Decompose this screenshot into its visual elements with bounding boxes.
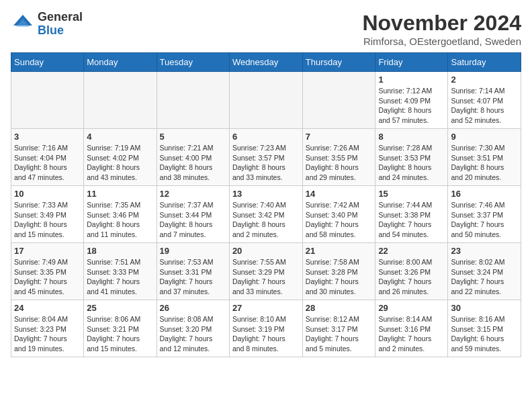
logo-icon xyxy=(11,12,35,36)
day-number: 18 xyxy=(87,246,153,256)
day-number: 10 xyxy=(14,189,81,199)
calendar-cell: 7Sunrise: 7:26 AM Sunset: 3:55 PM Daylig… xyxy=(302,129,375,186)
day-number: 12 xyxy=(160,189,226,199)
day-number: 30 xyxy=(451,303,518,313)
day-info: Sunrise: 8:16 AM Sunset: 3:15 PM Dayligh… xyxy=(451,314,518,354)
day-info: Sunrise: 8:14 AM Sunset: 3:16 PM Dayligh… xyxy=(378,314,445,354)
day-number: 17 xyxy=(14,246,81,256)
day-number: 26 xyxy=(160,303,226,313)
weekday-header-row: SundayMondayTuesdayWednesdayThursdayFrid… xyxy=(11,53,521,72)
day-number: 9 xyxy=(451,132,518,142)
day-number: 21 xyxy=(306,246,373,256)
day-info: Sunrise: 7:58 AM Sunset: 3:28 PM Dayligh… xyxy=(306,257,373,297)
calendar-cell xyxy=(84,72,157,129)
week-row-5: 24Sunrise: 8:04 AM Sunset: 3:23 PM Dayli… xyxy=(11,300,521,357)
day-info: Sunrise: 7:55 AM Sunset: 3:29 PM Dayligh… xyxy=(232,257,300,297)
calendar-cell: 3Sunrise: 7:16 AM Sunset: 4:04 PM Daylig… xyxy=(11,129,84,186)
calendar-cell: 19Sunrise: 7:53 AM Sunset: 3:31 PM Dayli… xyxy=(157,243,229,300)
day-info: Sunrise: 8:04 AM Sunset: 3:23 PM Dayligh… xyxy=(14,314,81,354)
month-year-title: November 2024 xyxy=(362,11,521,36)
calendar-cell: 23Sunrise: 8:02 AM Sunset: 3:24 PM Dayli… xyxy=(448,243,521,300)
calendar-cell: 18Sunrise: 7:51 AM Sunset: 3:33 PM Dayli… xyxy=(84,243,157,300)
day-number: 19 xyxy=(160,246,226,256)
calendar-cell: 24Sunrise: 8:04 AM Sunset: 3:23 PM Dayli… xyxy=(11,300,84,357)
day-info: Sunrise: 7:30 AM Sunset: 3:51 PM Dayligh… xyxy=(451,143,518,183)
day-number: 16 xyxy=(451,189,518,199)
calendar-cell: 22Sunrise: 8:00 AM Sunset: 3:26 PM Dayli… xyxy=(375,243,448,300)
day-info: Sunrise: 7:35 AM Sunset: 3:46 PM Dayligh… xyxy=(87,200,153,240)
day-number: 1 xyxy=(378,75,445,85)
day-number: 15 xyxy=(378,189,445,199)
calendar-cell: 8Sunrise: 7:28 AM Sunset: 3:53 PM Daylig… xyxy=(375,129,448,186)
calendar-cell xyxy=(157,72,229,129)
day-info: Sunrise: 7:23 AM Sunset: 3:57 PM Dayligh… xyxy=(232,143,300,183)
page-header: General Blue November 2024 Rimforsa, OEs… xyxy=(11,11,521,47)
day-info: Sunrise: 7:37 AM Sunset: 3:44 PM Dayligh… xyxy=(160,200,226,240)
day-number: 23 xyxy=(451,246,518,256)
day-number: 3 xyxy=(14,132,81,142)
day-info: Sunrise: 7:26 AM Sunset: 3:55 PM Dayligh… xyxy=(306,143,373,183)
calendar-cell: 15Sunrise: 7:44 AM Sunset: 3:38 PM Dayli… xyxy=(375,186,448,243)
day-info: Sunrise: 7:53 AM Sunset: 3:31 PM Dayligh… xyxy=(160,257,226,297)
calendar-cell: 1Sunrise: 7:12 AM Sunset: 4:09 PM Daylig… xyxy=(375,72,448,129)
weekday-header-thursday: Thursday xyxy=(302,53,375,72)
calendar-cell: 13Sunrise: 7:40 AM Sunset: 3:42 PM Dayli… xyxy=(229,186,302,243)
day-info: Sunrise: 7:46 AM Sunset: 3:37 PM Dayligh… xyxy=(451,200,518,240)
weekday-header-saturday: Saturday xyxy=(448,53,521,72)
day-number: 24 xyxy=(14,303,81,313)
title-block: November 2024 Rimforsa, OEstergoetland, … xyxy=(362,11,521,47)
calendar-cell: 21Sunrise: 7:58 AM Sunset: 3:28 PM Dayli… xyxy=(302,243,375,300)
week-row-1: 1Sunrise: 7:12 AM Sunset: 4:09 PM Daylig… xyxy=(11,72,521,129)
calendar-cell: 27Sunrise: 8:10 AM Sunset: 3:19 PM Dayli… xyxy=(229,300,302,357)
calendar-cell: 20Sunrise: 7:55 AM Sunset: 3:29 PM Dayli… xyxy=(229,243,302,300)
day-info: Sunrise: 7:16 AM Sunset: 4:04 PM Dayligh… xyxy=(14,143,81,183)
day-number: 14 xyxy=(306,189,373,199)
day-info: Sunrise: 7:51 AM Sunset: 3:33 PM Dayligh… xyxy=(87,257,153,297)
day-info: Sunrise: 7:21 AM Sunset: 4:00 PM Dayligh… xyxy=(160,143,226,183)
calendar-cell: 25Sunrise: 8:06 AM Sunset: 3:21 PM Dayli… xyxy=(84,300,157,357)
day-info: Sunrise: 8:12 AM Sunset: 3:17 PM Dayligh… xyxy=(306,314,373,354)
day-info: Sunrise: 8:02 AM Sunset: 3:24 PM Dayligh… xyxy=(451,257,518,297)
day-number: 28 xyxy=(306,303,373,313)
location-subtitle: Rimforsa, OEstergoetland, Sweden xyxy=(362,36,521,47)
calendar-cell: 30Sunrise: 8:16 AM Sunset: 3:15 PM Dayli… xyxy=(448,300,521,357)
day-number: 5 xyxy=(160,132,226,142)
day-number: 11 xyxy=(87,189,153,199)
calendar-cell xyxy=(229,72,302,129)
calendar-cell xyxy=(11,72,84,129)
weekday-header-monday: Monday xyxy=(84,53,157,72)
day-info: Sunrise: 7:19 AM Sunset: 4:02 PM Dayligh… xyxy=(87,143,153,183)
day-number: 20 xyxy=(232,246,300,256)
day-number: 27 xyxy=(232,303,300,313)
calendar-cell: 16Sunrise: 7:46 AM Sunset: 3:37 PM Dayli… xyxy=(448,186,521,243)
day-info: Sunrise: 7:33 AM Sunset: 3:49 PM Dayligh… xyxy=(14,200,81,240)
day-info: Sunrise: 7:49 AM Sunset: 3:35 PM Dayligh… xyxy=(14,257,81,297)
day-number: 29 xyxy=(378,303,445,313)
day-info: Sunrise: 8:06 AM Sunset: 3:21 PM Dayligh… xyxy=(87,314,153,354)
calendar-cell: 17Sunrise: 7:49 AM Sunset: 3:35 PM Dayli… xyxy=(11,243,84,300)
logo: General Blue xyxy=(11,11,83,38)
calendar-cell: 6Sunrise: 7:23 AM Sunset: 3:57 PM Daylig… xyxy=(229,129,302,186)
calendar-cell: 29Sunrise: 8:14 AM Sunset: 3:16 PM Dayli… xyxy=(375,300,448,357)
calendar-cell: 14Sunrise: 7:42 AM Sunset: 3:40 PM Dayli… xyxy=(302,186,375,243)
day-info: Sunrise: 7:14 AM Sunset: 4:07 PM Dayligh… xyxy=(451,86,518,126)
day-info: Sunrise: 7:12 AM Sunset: 4:09 PM Dayligh… xyxy=(378,86,445,126)
week-row-3: 10Sunrise: 7:33 AM Sunset: 3:49 PM Dayli… xyxy=(11,186,521,243)
calendar-cell: 10Sunrise: 7:33 AM Sunset: 3:49 PM Dayli… xyxy=(11,186,84,243)
day-number: 4 xyxy=(87,132,153,142)
day-info: Sunrise: 8:00 AM Sunset: 3:26 PM Dayligh… xyxy=(378,257,445,297)
week-row-4: 17Sunrise: 7:49 AM Sunset: 3:35 PM Dayli… xyxy=(11,243,521,300)
day-info: Sunrise: 8:10 AM Sunset: 3:19 PM Dayligh… xyxy=(232,314,300,354)
calendar-cell: 9Sunrise: 7:30 AM Sunset: 3:51 PM Daylig… xyxy=(448,129,521,186)
day-number: 13 xyxy=(232,189,300,199)
day-info: Sunrise: 8:08 AM Sunset: 3:20 PM Dayligh… xyxy=(160,314,226,354)
weekday-header-friday: Friday xyxy=(375,53,448,72)
day-info: Sunrise: 7:40 AM Sunset: 3:42 PM Dayligh… xyxy=(232,200,300,240)
calendar-cell: 28Sunrise: 8:12 AM Sunset: 3:17 PM Dayli… xyxy=(302,300,375,357)
day-number: 2 xyxy=(451,75,518,85)
calendar-cell: 26Sunrise: 8:08 AM Sunset: 3:20 PM Dayli… xyxy=(157,300,229,357)
calendar-cell: 12Sunrise: 7:37 AM Sunset: 3:44 PM Dayli… xyxy=(157,186,229,243)
calendar-table: SundayMondayTuesdayWednesdayThursdayFrid… xyxy=(11,52,521,357)
calendar-cell: 2Sunrise: 7:14 AM Sunset: 4:07 PM Daylig… xyxy=(448,72,521,129)
day-number: 25 xyxy=(87,303,153,313)
